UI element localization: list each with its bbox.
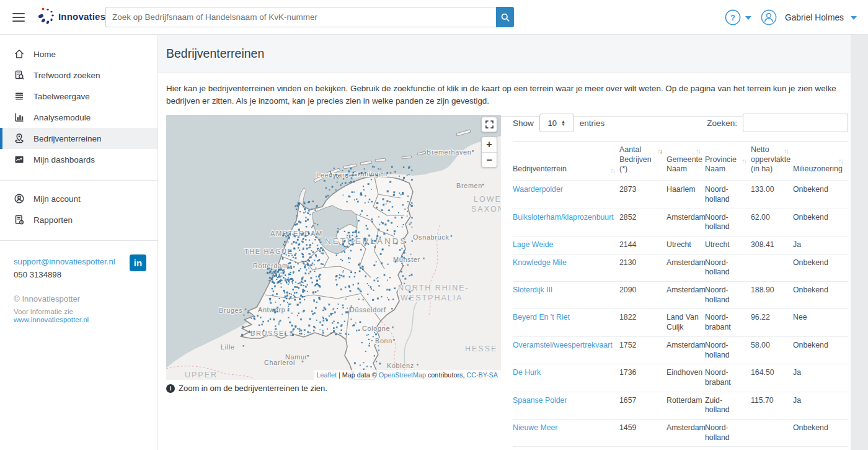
oppervlakte-cell: 308.41	[751, 236, 793, 254]
fullscreen-icon	[485, 120, 494, 128]
map-label: Charleroi	[264, 359, 295, 366]
provincie-cell: Noord-holland	[705, 209, 751, 236]
oppervlakte-cell: 188.90	[751, 282, 793, 309]
aantal-cell: 1459	[619, 420, 666, 447]
user-name[interactable]: Gabriel Holmes	[785, 13, 844, 22]
sidebar-item-home[interactable]: Home	[0, 43, 157, 65]
city-marker	[302, 361, 304, 362]
sidebar-item-tabelweergave[interactable]: Tabelweergave	[0, 86, 157, 107]
search-button[interactable]	[496, 7, 514, 27]
help-icon[interactable]: ?	[725, 9, 741, 25]
sort-icon[interactable]: ↑↓	[838, 156, 843, 166]
map-label: LOWER	[474, 195, 501, 204]
zoom-out-button[interactable]: −	[482, 152, 497, 167]
sidebar-contact: support@innovatiespotter.nl 050 3134898 …	[0, 248, 157, 323]
sort-icon[interactable]: ↑↓	[610, 166, 614, 176]
leaflet-link[interactable]: Leaflet	[317, 371, 337, 379]
city-marker	[417, 364, 418, 366]
help-dropdown-caret-icon[interactable]	[745, 16, 751, 20]
linkedin-icon[interactable]: in	[130, 254, 146, 271]
milieuzonering-cell: Onbekend	[793, 254, 848, 281]
sidebar-item-label: Bedrijventerreinen	[33, 134, 102, 143]
global-search-input[interactable]	[105, 7, 496, 27]
terrein-link[interactable]: Spaanse Polder	[513, 396, 567, 405]
sidebar-item-trefwoord-zoeken[interactable]: Trefwoord zoeken	[0, 65, 157, 86]
terrein-link[interactable]: Waarderpolder	[513, 185, 563, 194]
user-dropdown-caret-icon[interactable]	[851, 16, 857, 20]
table-row: Spaanse Polder1657RotterdamZuid-holland1…	[513, 392, 848, 419]
avatar-icon[interactable]	[761, 9, 777, 25]
milieuzonering-cell: Nee	[793, 309, 848, 336]
provincie-cell: Noord-holland	[705, 420, 751, 447]
city-marker	[423, 258, 425, 259]
sort-icon[interactable]: ↑↓	[784, 146, 788, 156]
aantal-cell: 1752	[619, 336, 666, 364]
page-description: Hier kan je bedrijventerreinen vinden en…	[158, 73, 851, 107]
sidebar: HomeTrefwoord zoekenTabelweergaveAnalyse…	[0, 35, 158, 450]
aantal-cell: 2873	[619, 181, 666, 209]
table-row: Lage Weide2144UtrechtUtrecht308.41Ja	[513, 236, 848, 254]
column-header[interactable]: ↑↓Milieuzonering	[793, 142, 848, 181]
license-link[interactable]: CC-BY-SA	[466, 371, 498, 379]
zoom-in-button[interactable]: +	[482, 137, 497, 152]
column-label: Gemeente Naam	[666, 155, 702, 174]
terrein-name-cell: Knowledge Mile	[513, 254, 619, 281]
terrein-link[interactable]: Buiksloterham/klaprozenbuurt	[513, 213, 614, 222]
column-header[interactable]: ↑↓Netto oppervlakte (in ha)	[751, 142, 793, 181]
gemeente-cell: Eindhoven	[666, 364, 705, 392]
terrein-name-cell: Beyerd En 't Riet	[513, 309, 619, 336]
sort-icon[interactable]: ↑↓	[696, 146, 700, 156]
terrein-link[interactable]: Beyerd En 't Riet	[513, 313, 570, 322]
milieuzonering-cell: Onbekend	[793, 209, 848, 236]
sidebar-item-rapporten[interactable]: Rapporten	[0, 209, 157, 230]
column-header[interactable]: ↑↓Bedrijventerrein	[513, 142, 619, 181]
gemeente-cell: Amsterdam	[666, 336, 705, 364]
terrein-name-cell: Sloterdijk III	[513, 282, 619, 309]
milieuzonering-cell: Onbekend	[793, 336, 848, 364]
terrein-link[interactable]: De Hurk	[513, 368, 541, 377]
city-marker	[472, 150, 474, 152]
page-size-select[interactable]: 10 ▲▼	[539, 114, 574, 132]
column-header[interactable]: ↑↓Gemeente Naam	[666, 142, 705, 181]
svg-text:?: ?	[730, 13, 735, 22]
sidebar-item-mijn-dashboards[interactable]: Mijn dashboards	[0, 149, 157, 170]
terrein-name-cell: Waarderpolder	[513, 181, 619, 209]
oppervlakte-cell: 58.00	[751, 336, 793, 364]
terrein-link[interactable]: Knowledge Mile	[513, 258, 567, 267]
website-link[interactable]: www.innovatiespotter.nl	[14, 315, 89, 323]
sidebar-item-analysemodule[interactable]: Analysemodule	[0, 107, 157, 128]
map-label: Bonn	[375, 337, 392, 344]
aantal-cell: 1822	[619, 309, 666, 336]
map-label: Bremerhaven	[427, 148, 472, 156]
info-icon: i	[166, 384, 175, 393]
milieuzonering-cell: Onbekend	[793, 282, 848, 309]
oppervlakte-cell: 164.50	[751, 364, 793, 392]
terrein-link[interactable]: Nieuwe Meer	[513, 423, 557, 432]
terrein-link[interactable]: Lage Weide	[513, 240, 553, 249]
column-header[interactable]: ↑↓Provincie Naam	[705, 142, 751, 181]
terrein-link[interactable]: Sloterdijk III	[513, 286, 552, 294]
table-search-input[interactable]	[743, 114, 848, 132]
terrein-link[interactable]: Overamstel/weespertrekvaart	[513, 341, 613, 349]
hamburger-menu-icon[interactable]	[12, 13, 25, 22]
terrein-name-cell: Overamstel/weespertrekvaart	[513, 336, 619, 364]
sort-icon[interactable]: ↑↓	[742, 156, 746, 166]
city-marker	[451, 235, 453, 237]
sort-icon[interactable]: ↑↓	[657, 146, 662, 156]
city-marker	[482, 184, 484, 186]
sidebar-item-bedrijventerreinen[interactable]: Bedrijventerreinen	[0, 128, 157, 149]
osm-link[interactable]: OpenStreetMap	[379, 371, 426, 379]
sidebar-item-mijn-account[interactable]: Mijn account	[0, 188, 157, 209]
column-header[interactable]: ↑↓Aantal Bedrijven (*)	[619, 142, 666, 181]
sidebar-item-label: Home	[33, 50, 56, 59]
fullscreen-button[interactable]	[481, 117, 497, 132]
table-controls: Show 10 ▲▼ entries Zoeken:	[513, 114, 848, 132]
page-scroll-strip[interactable]	[851, 35, 868, 450]
table-search: Zoeken:	[707, 114, 848, 132]
oppervlakte-cell: 62.00	[751, 209, 793, 236]
support-email-link[interactable]: support@innovatiespotter.nl	[14, 257, 148, 266]
oppervlakte-cell: 115.70	[751, 392, 793, 419]
main-content: Bedrijventerreinen Hier kan je bedrijven…	[158, 35, 851, 450]
leaflet-map[interactable]: BremerhavenBremenLOWERSAXONYLeeuwardenGr…	[166, 115, 501, 380]
map-label: NETHERLANDS	[325, 236, 408, 246]
